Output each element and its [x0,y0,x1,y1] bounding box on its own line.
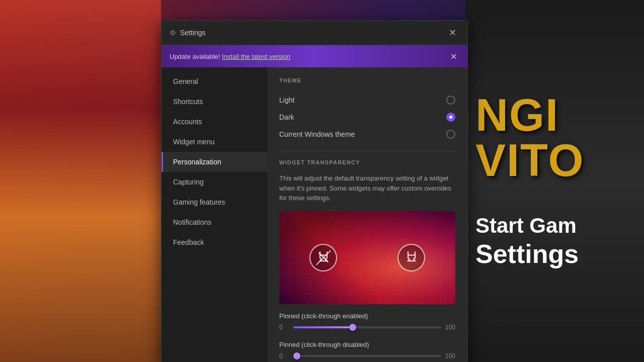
sidebar-item-widget-menu[interactable]: Widget menu [162,132,267,152]
window-title: Settings [180,29,445,37]
slider-enabled-container: 0 100 [279,324,455,331]
update-banner-text: Update available! Install the latest ver… [170,53,447,60]
sidebar: General Shortcuts Accounts Widget menu P… [162,67,267,362]
window-close-button[interactable]: ✕ [445,26,459,40]
update-text-prefix: Update available! [170,53,222,60]
update-banner-close-button[interactable]: ✕ [447,50,459,62]
settings-gear-icon: ⚙ [170,29,176,37]
preview-image [279,211,455,304]
background-left [0,0,161,362]
settings-window: ⚙ Settings ✕ Update available! Install t… [161,20,468,362]
bg-text-ngi: NGI [475,93,559,138]
sidebar-item-notifications[interactable]: Notifications [162,212,267,232]
settings-body: General Shortcuts Accounts Widget menu P… [162,67,467,362]
preview-overlay [279,211,455,304]
sidebar-item-capturing[interactable]: Capturing [162,172,267,192]
sidebar-item-personalization[interactable]: Personalization [162,152,267,172]
sidebar-item-shortcuts[interactable]: Shortcuts [162,92,267,112]
slider-enabled-max: 100 [445,324,455,331]
update-install-link[interactable]: Install the latest version [222,53,290,60]
slider-enabled[interactable] [293,326,441,328]
bg-text-settings: Settings [475,238,579,269]
slider-disabled-max: 100 [445,352,455,359]
sidebar-item-accounts[interactable]: Accounts [162,112,267,132]
theme-light-radio[interactable] [446,96,455,105]
background-right: NGI VITO Start Gam Settings [465,0,644,362]
update-banner: Update available! Install the latest ver… [162,45,467,67]
theme-section-title: THEME [279,77,455,83]
theme-divider [279,151,455,151]
theme-light-label: Light [279,96,446,104]
theme-option-windows[interactable]: Current Windows theme [279,126,455,143]
content-panel: THEME Light Dark Current Windows theme W… [267,67,467,362]
theme-dark-label: Dark [279,113,446,121]
mouse-icon [397,244,425,272]
slider-enabled-min: 0 [279,324,289,331]
theme-option-light[interactable]: Light [279,92,455,109]
title-bar: ⚙ Settings ✕ [162,21,467,45]
slider-disabled-min: 0 [279,352,289,359]
theme-windows-label: Current Windows theme [279,130,446,138]
theme-dark-radio[interactable] [446,113,455,122]
no-mouse-icon [309,244,337,272]
bg-text-start: Start Gam [475,213,577,238]
theme-windows-radio[interactable] [446,130,455,139]
slider-disabled[interactable] [293,355,441,357]
transparency-section-title: WIDGET TRANSPARENCY [279,159,455,165]
bg-text-vito: VITO [475,138,584,183]
sidebar-item-gaming-features[interactable]: Gaming features [162,192,267,212]
sidebar-item-feedback[interactable]: Feedback [162,232,267,252]
transparency-description: This will adjust the default transparenc… [279,173,455,203]
pinned-disabled-label: Pinned (click-through disabled) [279,341,455,348]
slider-enabled-fill [293,326,353,328]
slider-disabled-thumb[interactable] [293,352,300,359]
slider-enabled-thumb[interactable] [349,324,356,331]
sidebar-item-general[interactable]: General [162,71,267,92]
slider-disabled-container: 0 100 [279,352,455,359]
theme-option-dark[interactable]: Dark [279,109,455,126]
pinned-enabled-label: Pinned (click-through enabled) [279,312,455,320]
